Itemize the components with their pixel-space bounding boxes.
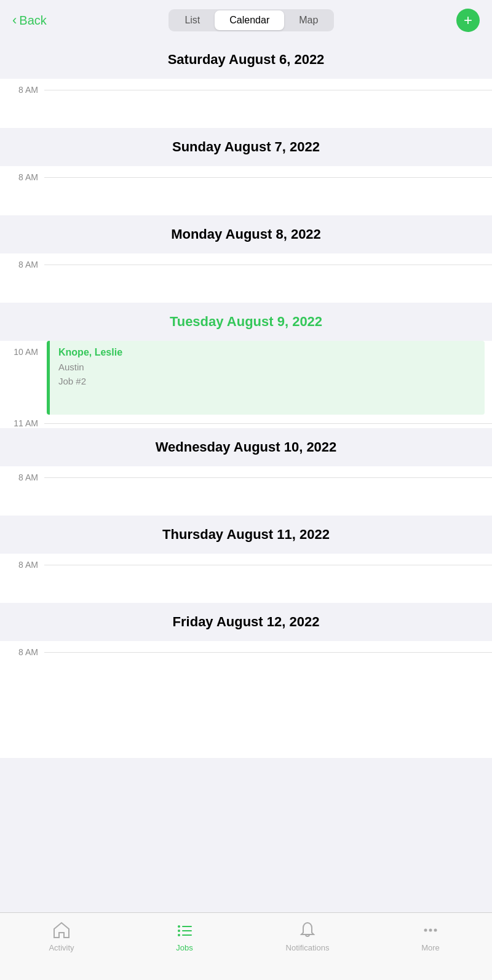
tab-item-jobs[interactable]: Jobs <box>123 920 246 952</box>
add-button[interactable]: + <box>456 9 480 32</box>
end-time-line <box>44 423 492 424</box>
day-header-wed-aug10: Wednesday August 10, 2022 <box>0 428 492 466</box>
time-row-mon-aug8: 8 AM <box>0 253 492 303</box>
tab-item-notifications[interactable]: Notifications <box>246 920 369 952</box>
svg-rect-3 <box>182 930 192 931</box>
day-header-sun-aug7: Sunday August 7, 2022 <box>0 128 492 166</box>
day-label-tue-aug9: Tuesday August 9, 2022 <box>170 314 322 329</box>
time-row-wed-aug10: 8 AM <box>0 466 492 516</box>
tab-label-more: More <box>421 943 440 952</box>
svg-point-6 <box>424 929 427 932</box>
time-label-sun-aug7: 8 AM <box>0 166 44 182</box>
list-segment-button[interactable]: List <box>170 10 215 30</box>
day-label-mon-aug8: Monday August 8, 2022 <box>171 226 321 242</box>
time-line-wed-aug10 <box>44 477 492 478</box>
tab-label-notifications: Notifications <box>286 943 330 952</box>
time-label-fri-aug12: 8 AM <box>0 641 44 657</box>
time-row-sun-aug7: 8 AM <box>0 166 492 215</box>
day-header-fri-aug12: Friday August 12, 2022 <box>0 603 492 641</box>
end-time-row-tue-aug9: 11 AM <box>0 415 492 428</box>
map-segment-button[interactable]: Map <box>284 10 333 30</box>
day-header-sat-aug6: Saturday August 6, 2022 <box>0 41 492 79</box>
time-line-mon-aug8 <box>44 265 492 265</box>
time-line-fri-aug12 <box>44 652 492 653</box>
time-label-sat-aug6: 8 AM <box>0 79 44 95</box>
more-dots-icon <box>421 920 440 940</box>
event-job: Job #2 <box>58 375 476 389</box>
tab-bar-spacer <box>0 690 492 758</box>
time-line-sat-aug6 <box>44 90 492 90</box>
bottom-tab-bar: Activity Jobs Notifications More <box>0 912 492 980</box>
tab-item-activity[interactable]: Activity <box>0 920 123 952</box>
calendar-segment-button[interactable]: Calendar <box>215 10 284 30</box>
event-location: Austin <box>58 361 476 375</box>
top-navigation: ‹ Back List Calendar Map + <box>0 0 492 41</box>
svg-point-4 <box>178 934 180 936</box>
svg-point-7 <box>429 929 432 932</box>
time-label-thu-aug11: 8 AM <box>0 554 44 570</box>
calendar-scroll-content: Saturday August 6, 2022 8 AM Sunday Augu… <box>0 41 492 758</box>
svg-point-0 <box>178 925 180 928</box>
tab-item-more[interactable]: More <box>369 920 492 952</box>
day-label-wed-aug10: Wednesday August 10, 2022 <box>156 439 337 455</box>
home-icon <box>52 920 71 940</box>
day-header-mon-aug8: Monday August 8, 2022 <box>0 215 492 253</box>
event-area-tue-aug9: 10 AM Knope, Leslie Austin Job #2 <box>0 341 492 415</box>
day-label-fri-aug12: Friday August 12, 2022 <box>173 614 320 629</box>
list-icon <box>175 920 194 940</box>
event-block-knope[interactable]: Knope, Leslie Austin Job #2 <box>47 341 485 415</box>
svg-rect-5 <box>182 934 192 936</box>
back-label: Back <box>19 14 46 28</box>
time-line-sun-aug7 <box>44 177 492 178</box>
time-line-thu-aug11 <box>44 565 492 565</box>
view-segment-control: List Calendar Map <box>169 9 334 31</box>
event-name: Knope, Leslie <box>58 347 476 358</box>
day-label-sun-aug7: Sunday August 7, 2022 <box>172 139 320 154</box>
tab-label-jobs: Jobs <box>176 943 192 952</box>
tab-label-activity: Activity <box>49 943 74 952</box>
time-row-sat-aug6: 8 AM <box>0 79 492 128</box>
day-header-tue-aug9: Tuesday August 9, 2022 <box>0 303 492 341</box>
event-end-time: 11 AM <box>0 415 44 428</box>
svg-point-8 <box>434 929 437 932</box>
time-row-fri-aug12: 8 AM <box>0 641 492 690</box>
time-label-wed-aug10: 8 AM <box>0 466 44 482</box>
day-header-thu-aug11: Thursday August 11, 2022 <box>0 516 492 554</box>
svg-point-2 <box>178 930 180 932</box>
back-chevron-icon: ‹ <box>12 12 17 28</box>
svg-rect-1 <box>182 926 192 927</box>
day-label-sat-aug6: Saturday August 6, 2022 <box>168 52 325 67</box>
day-label-thu-aug11: Thursday August 11, 2022 <box>162 527 330 542</box>
back-button[interactable]: ‹ Back <box>12 12 47 28</box>
event-start-time: 10 AM <box>0 341 44 357</box>
time-row-thu-aug11: 8 AM <box>0 554 492 603</box>
bell-icon <box>298 920 317 940</box>
time-label-mon-aug8: 8 AM <box>0 253 44 269</box>
